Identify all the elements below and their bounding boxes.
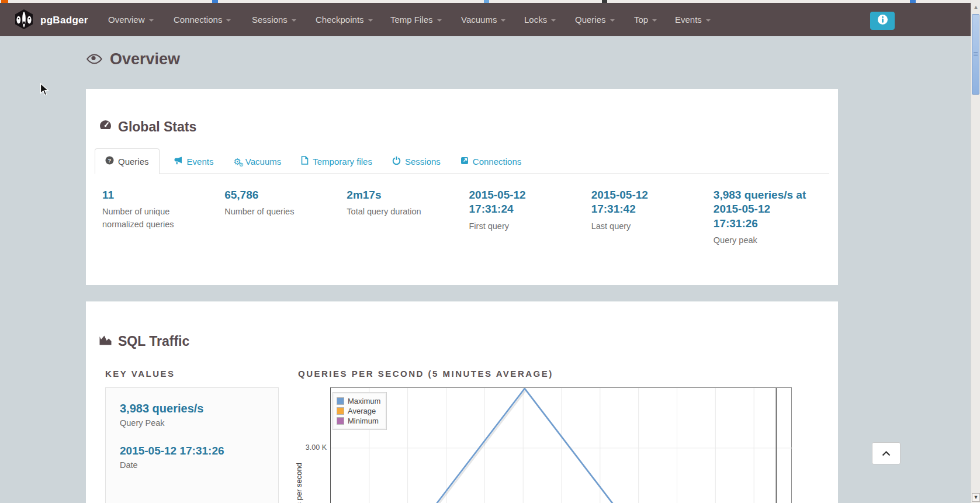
power-icon bbox=[392, 156, 401, 166]
chevron-down-icon bbox=[706, 19, 711, 22]
chart-legend: Maximum Average Minimum bbox=[333, 392, 387, 430]
nav-item-connections[interactable]: Connections bbox=[174, 3, 231, 36]
stat-number-of-queries: 65,786 Number of queries bbox=[224, 188, 341, 247]
y-axis-tick-label: 3.00 K bbox=[303, 443, 327, 452]
global-stats-values: 11 Number of unique normalized queries 6… bbox=[102, 188, 830, 247]
eye-icon bbox=[86, 50, 102, 68]
tab-queries[interactable]: ? Queries bbox=[95, 148, 160, 174]
share-square-icon bbox=[460, 157, 469, 166]
legend-item-minimum: Minimum bbox=[337, 417, 380, 425]
tab-temporary-files[interactable]: Temporary files bbox=[295, 149, 378, 174]
tab-events[interactable]: Events bbox=[168, 150, 220, 174]
tab-connections[interactable]: Connections bbox=[455, 150, 527, 174]
info-button[interactable] bbox=[870, 12, 895, 30]
y-axis-label: Queries per second bbox=[295, 463, 303, 503]
area-chart-icon bbox=[99, 334, 112, 349]
brand-name: pgBadger bbox=[40, 15, 88, 26]
stat-last-query: 2015-05-12 17:31:42 Last query bbox=[591, 188, 708, 247]
pgbadger-logo-icon bbox=[14, 9, 34, 32]
chart-plot-area bbox=[331, 388, 792, 503]
brand[interactable]: pgBadger bbox=[14, 9, 88, 32]
chevron-down-icon bbox=[149, 19, 154, 22]
global-stats-heading: Global Stats bbox=[99, 119, 196, 135]
nav-item-queries[interactable]: Queries bbox=[575, 3, 615, 36]
mouse-cursor bbox=[40, 83, 50, 99]
nav-item-checkpoints[interactable]: Checkpoints bbox=[316, 3, 373, 36]
scrollbar-down-arrow[interactable]: ▼ bbox=[972, 493, 980, 502]
chevron-down-icon bbox=[501, 19, 505, 22]
file-icon bbox=[301, 156, 309, 166]
stat-first-query: 2015-05-12 17:31:24 First query bbox=[469, 188, 586, 247]
nav-item-temp-files[interactable]: Temp Files bbox=[390, 3, 442, 36]
maximum-swatch bbox=[337, 397, 344, 405]
tab-sessions[interactable]: Sessions bbox=[386, 149, 446, 174]
question-circle-icon: ? bbox=[105, 156, 114, 166]
queries-per-second-chart[interactable]: 3.00 K Queries per second Maximum Averag… bbox=[330, 387, 792, 503]
global-stats-tabbar: ? Queries Events ⚙⚙ Vacuums Temporary fi… bbox=[95, 147, 829, 174]
key-values-heading: KEY VALUES bbox=[105, 369, 175, 379]
navbar: pgBadger Overview Connections Sessions C… bbox=[0, 3, 980, 36]
average-swatch bbox=[337, 407, 344, 415]
chevron-down-icon bbox=[610, 19, 615, 22]
nav-item-top[interactable]: Top bbox=[634, 3, 657, 36]
nav-item-overview[interactable]: Overview bbox=[108, 3, 154, 36]
sql-traffic-panel: SQL Traffic KEY VALUES QUERIES PER SECON… bbox=[86, 301, 838, 503]
bullhorn-icon bbox=[174, 157, 183, 166]
nav-item-sessions[interactable]: Sessions bbox=[252, 3, 296, 36]
global-stats-panel: Global Stats ? Queries Events ⚙⚙ Vacuums… bbox=[86, 89, 838, 285]
chevron-up-icon bbox=[882, 448, 891, 459]
tachometer-icon bbox=[99, 119, 112, 135]
back-to-top-button[interactable] bbox=[872, 442, 901, 464]
scrollbar-up-arrow[interactable]: ▲ bbox=[972, 4, 979, 11]
gears-icon: ⚙⚙ bbox=[233, 157, 241, 166]
vertical-scrollbar[interactable]: ▲ ▼ bbox=[971, 0, 980, 503]
key-values-box: 3,983 queries/s Query Peak 2015-05-12 17… bbox=[105, 387, 279, 503]
stat-unique-queries: 11 Number of unique normalized queries bbox=[102, 188, 219, 247]
key-value-query-peak: 3,983 queries/s Query Peak bbox=[120, 402, 203, 428]
sql-traffic-heading: SQL Traffic bbox=[99, 334, 189, 349]
chevron-down-icon bbox=[652, 19, 657, 22]
minimum-swatch bbox=[337, 417, 344, 425]
chart-heading: QUERIES PER SECOND (5 MINUTES AVERAGE) bbox=[298, 369, 553, 379]
stat-query-peak: 3,983 queries/s at 2015-05-12 17:31:26 Q… bbox=[714, 188, 830, 247]
nav-item-events[interactable]: Events bbox=[675, 3, 711, 36]
stat-total-duration: 2m17s Total query duration bbox=[347, 188, 463, 247]
chevron-down-icon bbox=[551, 19, 556, 22]
svg-text:?: ? bbox=[108, 157, 112, 164]
info-icon bbox=[877, 14, 888, 27]
scrollbar-thumb[interactable] bbox=[972, 14, 979, 95]
nav-item-locks[interactable]: Locks bbox=[524, 3, 556, 36]
legend-item-maximum: Maximum bbox=[337, 397, 380, 405]
chevron-down-icon bbox=[292, 19, 296, 22]
chevron-down-icon bbox=[226, 19, 231, 22]
nav-item-vacuums[interactable]: Vacuums bbox=[461, 3, 505, 36]
chevron-down-icon bbox=[368, 19, 373, 22]
tab-vacuums[interactable]: ⚙⚙ Vacuums bbox=[227, 150, 287, 174]
chevron-down-icon bbox=[437, 19, 442, 22]
key-value-date: 2015-05-12 17:31:26 Date bbox=[120, 445, 224, 470]
page-title: Overview bbox=[86, 50, 180, 68]
legend-item-average: Average bbox=[337, 407, 380, 415]
